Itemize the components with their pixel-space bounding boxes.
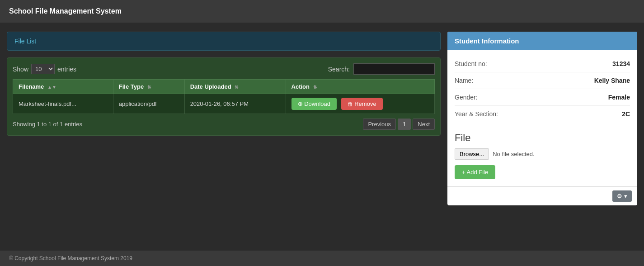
- file-section-title: File: [455, 132, 630, 144]
- search-label: Search:: [328, 66, 350, 73]
- gear-icon: [617, 193, 622, 200]
- search-input[interactable]: [353, 63, 435, 75]
- next-button[interactable]: Next: [413, 119, 435, 130]
- page-1-button[interactable]: 1: [398, 119, 411, 130]
- show-label: Show: [13, 66, 28, 73]
- pagination-row: Showing 1 to 1 of 1 entries Previous 1 N…: [13, 119, 435, 130]
- browse-button[interactable]: Browse...: [455, 148, 489, 160]
- gender-value: Female: [608, 94, 630, 101]
- download-label: Download: [304, 100, 330, 107]
- download-icon: [298, 100, 303, 107]
- col-filename[interactable]: Filename ▲▼: [13, 80, 113, 94]
- chevron-down-icon: [624, 193, 627, 200]
- table-header: Filename ▲▼ File Type ⇅ Date Uploaded ⇅: [13, 80, 435, 94]
- year-section-label: Year & Section:: [455, 110, 498, 118]
- remove-label: Remove: [354, 100, 376, 107]
- filename-sort-icon: ▲▼: [47, 85, 56, 90]
- file-input-row: Browse... No file selected.: [455, 148, 630, 160]
- name-value: Kelly Shane: [594, 77, 630, 84]
- name-row: Name: Kelly Shane: [455, 72, 630, 89]
- add-file-button[interactable]: + Add File: [455, 165, 495, 179]
- file-list-card: File List: [7, 32, 441, 51]
- table-controls: Show 10 25 50 100 entries Search:: [13, 63, 435, 75]
- left-panel: File List Show 10 25 50 100 entries Sear…: [7, 32, 441, 136]
- filetype-sort-icon: ⇅: [147, 85, 151, 90]
- right-panel: Student Information Student no: 31234 Na…: [447, 32, 637, 205]
- table-container: Show 10 25 50 100 entries Search:: [7, 57, 441, 136]
- student-no-value: 31234: [612, 60, 630, 67]
- main-content: File List Show 10 25 50 100 entries Sear…: [0, 23, 644, 214]
- no-file-text: No file selected.: [493, 151, 535, 157]
- table-row: Marksheet-finals.pdf... application/pdf …: [13, 94, 435, 114]
- app-header: School File Management System: [0, 0, 644, 23]
- file-list-title: File List: [14, 38, 36, 45]
- remove-button[interactable]: Remove: [341, 98, 383, 110]
- cell-action: Download Remove: [286, 94, 434, 114]
- app-title: School File Management System: [9, 7, 122, 15]
- year-section-row: Year & Section: 2C: [455, 106, 630, 122]
- trash-icon: [348, 100, 353, 107]
- previous-button[interactable]: Previous: [363, 119, 396, 130]
- student-no-row: Student no: 31234: [455, 56, 630, 72]
- date-sort-icon: ⇅: [235, 85, 238, 90]
- student-no-label: Student no:: [455, 60, 487, 67]
- show-entries: Show 10 25 50 100 entries: [13, 64, 76, 74]
- entries-label: entries: [57, 66, 76, 73]
- download-button[interactable]: Download: [291, 98, 337, 110]
- settings-button[interactable]: [612, 190, 632, 202]
- cell-filename: Marksheet-finals.pdf...: [13, 94, 113, 114]
- gender-label: Gender:: [455, 94, 478, 101]
- cell-filetype: application/pdf: [113, 94, 184, 114]
- file-section: File Browse... No file selected. + Add F…: [447, 128, 637, 186]
- gender-row: Gender: Female: [455, 89, 630, 106]
- search-control: Search:: [328, 63, 435, 75]
- showing-text: Showing 1 to 1 of 1 entries: [13, 121, 82, 128]
- cell-date: 2020-01-26, 06:57 PM: [184, 94, 286, 114]
- col-action[interactable]: Action ⇅: [286, 80, 434, 94]
- name-label: Name:: [455, 77, 473, 84]
- year-section-value: 2C: [622, 110, 630, 118]
- table-body: Marksheet-finals.pdf... application/pdf …: [13, 94, 435, 114]
- student-info-body: Student no: 31234 Name: Kelly Shane Gend…: [447, 50, 637, 128]
- action-sort-icon: ⇅: [313, 85, 317, 90]
- entries-select[interactable]: 10 25 50 100: [31, 64, 55, 74]
- settings-row: [447, 186, 637, 205]
- footer-text: © Copyright School File Management Syste…: [9, 255, 132, 261]
- footer: © Copyright School File Management Syste…: [0, 251, 644, 266]
- pagination-controls: Previous 1 Next: [363, 119, 435, 130]
- col-filetype[interactable]: File Type ⇅: [113, 80, 184, 94]
- col-dateuploaded[interactable]: Date Uploaded ⇅: [184, 80, 286, 94]
- student-info-header: Student Information: [447, 32, 637, 50]
- files-table: Filename ▲▼ File Type ⇅ Date Uploaded ⇅: [13, 79, 435, 114]
